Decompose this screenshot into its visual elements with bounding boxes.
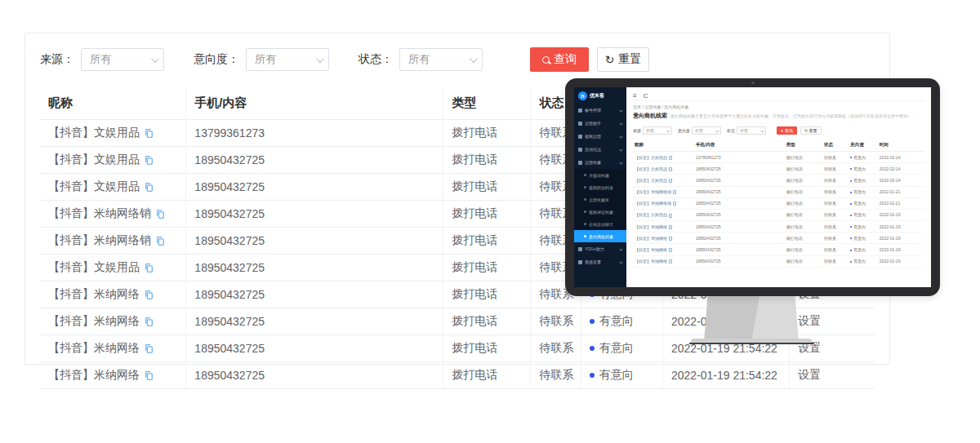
intent-label: 意向度 xyxy=(678,128,690,133)
copy-icon[interactable] xyxy=(669,237,672,241)
cell-time: 2022-01-19 xyxy=(878,209,924,220)
copy-icon[interactable] xyxy=(144,263,154,273)
copy-icon[interactable] xyxy=(669,156,672,160)
submenu-item-auto-chat[interactable]: 在线自动聊天 xyxy=(574,218,626,230)
cell-type: 拨打电话 xyxy=(785,244,822,255)
copy-icon[interactable] xyxy=(669,259,672,264)
copy-icon[interactable] xyxy=(155,209,166,219)
cell-intent: 有意向 xyxy=(849,186,878,197)
cell-type: 拨打电话 xyxy=(443,281,531,308)
copy-icon[interactable] xyxy=(144,290,154,300)
reset-button[interactable]: ↻ 重置 xyxy=(800,126,822,135)
cell-phone: 18950432725 xyxy=(694,244,785,255)
copy-icon[interactable] xyxy=(144,155,154,166)
sidebar-item-you-plus[interactable]: YOU+助力 xyxy=(574,242,626,255)
cell-phone: 18950432725 xyxy=(694,186,785,197)
submenu-item-intent-leads-active[interactable]: 意向商机线索 xyxy=(574,230,626,242)
submenu-item-keyword-leads[interactable]: 关键词线索 xyxy=(574,169,626,181)
header-status: 状态 xyxy=(822,139,849,152)
cell-status: 待联系 xyxy=(822,233,849,244)
cell-phone: 18950432725 xyxy=(186,147,443,174)
settings-link[interactable]: 设置 xyxy=(790,308,875,335)
copy-icon[interactable] xyxy=(144,317,154,327)
cell-phone: 18950432725 xyxy=(694,255,785,267)
cell-type: 拨打电话 xyxy=(785,209,822,220)
cell-nickname: 【抖音】米纳网络 xyxy=(633,221,694,233)
status-select[interactable]: 所有 xyxy=(399,48,483,71)
cell-time: 2022-01-19 xyxy=(878,255,924,267)
cell-status: 待联系 xyxy=(531,308,581,335)
sidebar-item-settings[interactable]: 系统设置 xyxy=(574,255,626,268)
query-button[interactable]: 查询 xyxy=(530,47,589,72)
intent-dot-icon xyxy=(590,319,595,324)
reset-button-label: 重置 xyxy=(618,52,641,67)
submenu-item-comment-leads[interactable]: 视频评论线索 xyxy=(574,206,626,218)
cell-time: 2022-01-19 xyxy=(878,244,924,255)
monitor-toolbar: ≡ C xyxy=(633,91,924,101)
table-row: 【抖音】文娱用品18950432725拨打电话待联系有意向2022-02-14 xyxy=(633,175,924,186)
copy-icon[interactable] xyxy=(144,343,154,354)
logo-icon: n xyxy=(578,91,587,100)
cell-nickname: 【抖音】米纳网络销 xyxy=(633,197,694,209)
monitor-frame: n 优米客 账号管理 运营助手 视频运营 活动玩法 xyxy=(565,78,940,296)
chevron-down-icon xyxy=(619,247,622,250)
sidebar-item-leads[interactable]: 运营线索 xyxy=(574,156,626,169)
settings-link[interactable]: 设置 xyxy=(790,362,875,389)
copy-icon[interactable] xyxy=(144,128,154,139)
copy-icon[interactable] xyxy=(673,190,676,194)
cell-intent: 有意向 xyxy=(849,209,878,220)
intent-dot-icon xyxy=(850,250,852,251)
header-type: 类型 xyxy=(443,87,531,120)
chevron-down-icon xyxy=(619,109,622,112)
collapse-menu-icon[interactable]: ≡ xyxy=(633,92,637,100)
copy-icon[interactable] xyxy=(155,236,166,246)
header-phone: 手机/内容 xyxy=(186,87,443,120)
monitor-leads-table: 昵称 手机/内容 类型 状态 意向度 时间 【抖音】文娱用品1379936127… xyxy=(633,139,924,268)
cell-time: 2022-01-21 xyxy=(878,197,924,209)
status-select[interactable]: 所有 xyxy=(737,126,766,135)
query-button[interactable]: 查询 xyxy=(777,126,797,135)
reset-button[interactable]: ↻ 重置 xyxy=(597,47,649,72)
cell-phone: 18950432725 xyxy=(694,163,785,175)
intent-dot-icon xyxy=(850,203,852,205)
monitor-filter-bar: 来源 所有 意向度 所有 状态 所有 查询 xyxy=(633,126,924,135)
intent-select[interactable]: 所有 xyxy=(246,48,329,71)
cell-nickname: 【抖音】文娱用品 xyxy=(633,175,694,186)
cell-type: 拨打电话 xyxy=(443,228,531,255)
refresh-icon: ↻ xyxy=(804,128,808,133)
sidebar-item-video[interactable]: 视频运营 xyxy=(574,130,626,143)
sidebar-item-account[interactable]: 账号管理 xyxy=(574,104,626,117)
cell-phone: 18950432725 xyxy=(186,228,443,255)
copy-icon[interactable] xyxy=(673,202,676,206)
copy-icon[interactable] xyxy=(144,182,154,193)
cell-nickname: 【抖音】米纳网络 xyxy=(633,233,694,244)
refresh-icon[interactable]: C xyxy=(644,92,648,100)
chevron-up-icon xyxy=(619,161,622,164)
submenu-item-leads-library[interactable]: 运营线索库 xyxy=(574,193,626,206)
page-title: 意向商机线索 xyxy=(633,112,667,120)
source-select[interactable]: 所有 xyxy=(81,48,164,71)
copy-icon[interactable] xyxy=(669,214,672,218)
cell-intent: 有意向 xyxy=(849,175,878,186)
copy-icon[interactable] xyxy=(669,167,672,171)
sidebar-item-activity[interactable]: 活动玩法 xyxy=(574,143,626,156)
intent-select[interactable]: 所有 xyxy=(692,126,721,135)
header-intent: 意向度 xyxy=(849,139,878,152)
cell-nickname: 【抖音】文娱用品 xyxy=(633,209,694,220)
intent-dot-icon xyxy=(850,180,852,182)
cell-nickname: 【抖音】文娱用品 xyxy=(40,174,186,201)
copy-icon[interactable] xyxy=(144,370,154,381)
cell-status: 待联系 xyxy=(822,221,849,233)
monitor-screen: n 优米客 账号管理 运营助手 视频运营 活动玩法 xyxy=(574,87,931,287)
header-time: 时间 xyxy=(878,139,924,152)
sidebar-item-assistant[interactable]: 运营助手 xyxy=(574,117,626,130)
intent-dot-icon xyxy=(850,215,852,216)
copy-icon[interactable] xyxy=(669,248,672,252)
copy-icon[interactable] xyxy=(669,179,672,183)
cell-phone: 18950432725 xyxy=(694,175,785,186)
copy-icon[interactable] xyxy=(669,225,672,229)
source-select[interactable]: 所有 xyxy=(643,126,672,135)
cell-status: 待联系 xyxy=(822,255,849,267)
chevron-down-icon xyxy=(760,129,764,132)
submenu-item-video-follow[interactable]: 视频跟拍列表 xyxy=(574,181,626,193)
